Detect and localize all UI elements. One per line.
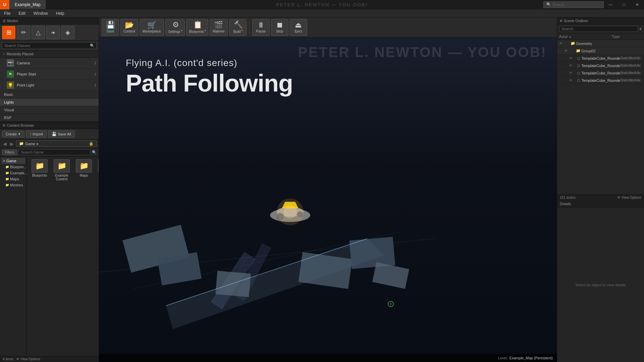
cb-search-input[interactable] [18,149,91,155]
modes-label: Modes [7,19,18,23]
tree-game[interactable]: ▼ Game [1,158,25,164]
matinee-button[interactable]: 🎬 Matinee [210,19,228,36]
point-light-info-button[interactable]: ℹ [95,83,96,87]
mode-landscape-button[interactable]: △ [32,26,45,39]
outliner-add-button[interactable]: + [639,26,642,32]
eject-button[interactable]: ⏏ Eject [290,19,307,36]
actor-column-header[interactable]: Actor ▲ [559,35,612,39]
content-button[interactable]: 📂 Content [120,19,138,36]
content-browser-toolbar: Create ▼ ↑ Import 💾 Save All [0,129,99,139]
category-lights[interactable]: Lights [0,99,99,106]
minimize-button[interactable]: — [604,0,617,9]
outliner-search-input[interactable] [559,26,638,32]
build-label: Build▼ [233,29,243,34]
recently-placed-header[interactable]: ▼ Recently Placed [0,51,99,58]
placed-item-point-light[interactable]: 💡 Point Light ℹ [0,80,99,91]
titlebar-tab[interactable]: Example_Map [9,0,46,9]
visibility-icon: 👁 [565,49,570,53]
content-label: Content [123,29,135,33]
save-button[interactable]: 💾 Save [102,19,119,36]
content-browser: ⊞ Content Browser Create ▼ ↑ Import 💾 Sa… [0,122,99,362]
blueprints-button[interactable]: 📋 Blueprints▼ [186,19,208,36]
import-label: Import [33,132,43,136]
left-panel: ☰ Modes ⊞ ✏ △ ❧ ◈ 🔍 ▼ Recently Placed 📷 … [0,17,99,362]
eject-label: Eject [294,29,302,33]
cube1-label: TemplateCube_Rounde [582,56,621,60]
category-visual[interactable]: Visual [0,106,99,114]
placed-item-player-start[interactable]: ⚑ Player Start ℹ [0,69,99,80]
cb-footer: 4 items 👁 View Options [0,356,99,362]
nav-forward-button[interactable]: ▶ [9,141,15,146]
recently-placed-label: Recently Placed [7,52,34,56]
svg-point-18 [283,205,297,219]
pause-button[interactable]: ⏸ Pause [252,19,270,36]
outliner-row-geometry[interactable]: 👁 📁 Geometry [557,40,644,47]
path-lock-icon[interactable]: 🔒 [89,141,94,146]
filters-button[interactable]: Filters [2,149,17,155]
cube4-label: TemplateCube_Rounde [582,78,621,82]
camera-info-button[interactable]: ℹ [95,61,96,65]
build-button[interactable]: 🔨 Build▼ [229,19,247,36]
details-placeholder: Select an object to view details [575,283,626,287]
category-basic[interactable]: Basic [0,91,99,99]
folder-example-content[interactable]: 📁 Example Content [52,159,72,181]
save-label: Save [107,29,114,33]
maximize-button[interactable]: □ [617,0,631,9]
nav-back-button[interactable]: ◀ [2,141,8,146]
placed-item-camera[interactable]: 📷 Camera ℹ [0,58,99,69]
menu-edit[interactable]: Edit [14,9,30,17]
search-placeholder: Search... [552,3,567,7]
category-bsp[interactable]: BSP [0,114,99,122]
geometry-label: Geometry [576,42,612,46]
mode-geometry-button[interactable]: ◈ [61,26,74,39]
path-arrow: ▶ [37,142,39,145]
outliner-grid-icon: ⊞ [560,19,562,22]
tree-meshes[interactable]: 📁 Meshes [1,182,25,188]
tree-maps-label: Maps [10,177,19,181]
outliner-row-cube-4[interactable]: 👁 □ TemplateCube_Rounde StaticMeshAc [557,77,644,84]
player-start-info-button[interactable]: ℹ [95,72,96,76]
tree-blueprints[interactable]: 📁 Blueprin... [1,164,25,170]
visibility-icon: 👁 [569,71,573,75]
menu-window[interactable]: Window [30,9,52,17]
cube2-type: StaticMeshAc [620,64,642,67]
folder-meshes[interactable]: 📁 Meshes [96,159,99,177]
folder-maps[interactable]: 📁 Maps [74,159,94,177]
svg-rect-9 [372,262,409,289]
matinee-icon: 🎬 [214,21,223,29]
outliner-row-group02[interactable]: 👁 📁 Group02 [557,47,644,55]
search-classes-input[interactable] [2,42,97,49]
modes-icon: ☰ [3,19,6,23]
create-button[interactable]: Create ▼ [2,131,24,137]
mode-foliage-button[interactable]: ❧ [46,26,60,39]
outliner-row-cube-2[interactable]: 👁 □ TemplateCube_Rounde StaticMeshAc [557,62,644,69]
type-column-header[interactable]: Type [612,35,642,39]
tree-maps-icon: 📁 [5,177,9,181]
cube3-type: StaticMeshAc [620,71,642,75]
titlebar-search[interactable]: 🔍 Search... [543,1,604,8]
menubar: File Edit Window Help [0,9,644,17]
import-button[interactable]: ↑ Import [26,130,47,138]
mode-place-button[interactable]: ⊞ [2,26,15,39]
save-all-label: Save All [58,132,71,136]
folder-blueprints[interactable]: 📁 Blueprints [30,159,50,177]
save-all-button[interactable]: 💾 Save All [48,130,75,138]
menu-file[interactable]: File [0,9,14,17]
settings-button[interactable]: ⚙ Settings▼ [165,19,185,36]
outliner-row-cube-1[interactable]: 👁 □ TemplateCube_Rounde StaticMeshAc [557,55,644,62]
details-header: Details [557,200,644,207]
stop-button[interactable]: ⏹ Stop [271,19,288,36]
mode-paint-button[interactable]: ✏ [17,26,30,39]
menu-help[interactable]: Help [52,9,68,17]
tree-example[interactable]: 📁 Example... [1,170,25,176]
cb-view-options-button[interactable]: 👁 View Options [16,357,40,361]
viewport[interactable]: Flying A.I. (cont'd series) Path Followi… [99,38,557,362]
marketplace-button[interactable]: 🛒 Marketplace [140,19,164,36]
tree-maps[interactable]: 📁 Maps [1,176,25,182]
camera-label: Camera [17,61,30,65]
create-arrow-icon: ▼ [18,132,21,136]
outliner-view-options-button[interactable]: 👁 View Options [617,196,641,199]
viewport-footer: Level: Example_Map (Persistent) [99,354,557,362]
outliner-row-cube-3[interactable]: 👁 □ TemplateCube_Rounde StaticMeshAc [557,69,644,77]
close-button[interactable]: ✕ [631,0,644,9]
